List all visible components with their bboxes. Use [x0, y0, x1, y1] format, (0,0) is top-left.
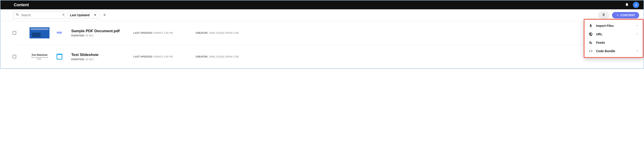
dropdown-import-files[interactable]: Import Files [584, 22, 643, 30]
content-list: Import Files URL Feeds Code Bundle PDF S… [0, 21, 644, 68]
list-item[interactable]: PDF Sample PDF Document.pdf DURATION: 30… [10, 21, 634, 45]
avatar[interactable]: J [633, 2, 639, 8]
chevron-down-icon [636, 32, 639, 36]
sort-direction-button[interactable] [102, 12, 107, 18]
sort-select[interactable]: Last Updated [67, 12, 99, 18]
row-duration: DURATION: 30 SEC [71, 34, 127, 37]
row-duration: DURATION: 30 SEC [71, 58, 127, 60]
row-creator: CREATOR: JANE.DOE@LOREM.COM [196, 55, 251, 58]
list-item[interactable]: Test Slideshow This is just a test. Do n… [10, 45, 634, 68]
dropdown-url[interactable]: URL [584, 30, 643, 38]
dropdown-label: Feeds [596, 41, 639, 44]
notifications-icon[interactable] [625, 2, 629, 7]
app-icon [56, 54, 62, 60]
pdf-label: PDF [57, 31, 62, 34]
feed-icon [588, 41, 593, 45]
row-main: Test Slideshow DURATION: 30 SEC [71, 53, 127, 60]
row-creator: CREATOR: JANE.DOE@LOREM.COM [196, 32, 251, 34]
row-title: Sample PDF Document.pdf [71, 29, 127, 33]
clear-search-icon[interactable] [62, 13, 65, 17]
page-title: Content [14, 3, 29, 7]
add-content-button[interactable]: CONTENT [612, 12, 639, 18]
row-title: Test Slideshow [71, 53, 127, 57]
dropdown-feeds[interactable]: Feeds [584, 38, 643, 47]
search-icon [16, 13, 19, 17]
code-icon [588, 49, 593, 53]
chevron-down-icon [636, 24, 639, 28]
dropdown-code-bundle[interactable]: Code Bundle [584, 47, 643, 55]
header-actions: J [625, 2, 639, 8]
row-updated: LAST UPDATED: 03/09/22 3:36 PM [133, 32, 189, 34]
globe-icon [588, 32, 593, 36]
add-content-label: CONTENT [620, 14, 635, 17]
dropdown-label: Import Files [596, 24, 633, 28]
thumbnail [30, 27, 50, 38]
row-main: Sample PDF Document.pdf DURATION: 30 SEC [71, 29, 127, 37]
row-checkbox[interactable] [13, 31, 16, 35]
app-header: Content J [0, 0, 644, 9]
search-input[interactable] [21, 13, 60, 17]
chevron-down-icon [94, 14, 96, 16]
search-box[interactable] [13, 12, 64, 19]
delete-button[interactable] [598, 12, 610, 19]
add-content-dropdown: Import Files URL Feeds Code Bundle [584, 19, 644, 58]
row-checkbox[interactable] [13, 55, 16, 58]
row-updated: LAST UPDATED: 03/09/22 3:05 PM [133, 55, 189, 58]
toolbar: Last Updated CONTENT [0, 9, 644, 21]
type-icon [56, 54, 63, 60]
chevron-down-icon [636, 49, 639, 53]
dropdown-label: URL [596, 32, 633, 36]
thumbnail: Test Slideshow This is just a test. Do n… [30, 51, 50, 62]
upload-icon [588, 24, 593, 28]
dropdown-label: Code Bundle [596, 49, 633, 53]
type-icon: PDF [56, 31, 63, 34]
sort-label: Last Updated [70, 13, 90, 17]
